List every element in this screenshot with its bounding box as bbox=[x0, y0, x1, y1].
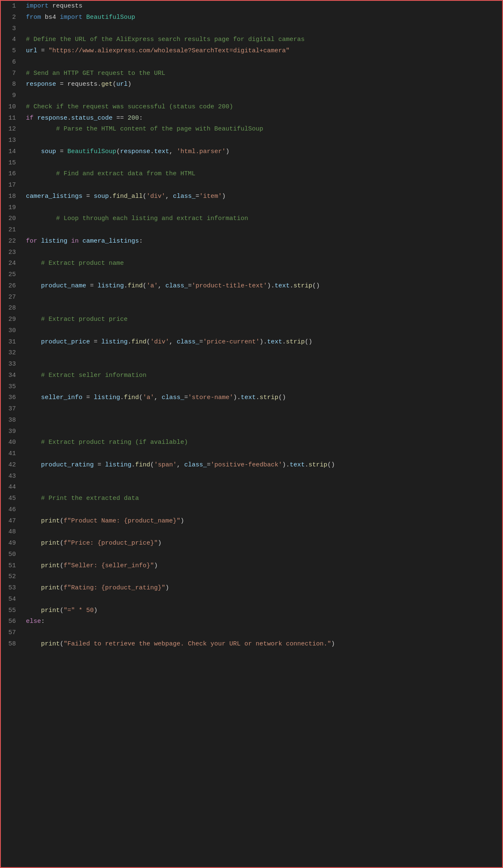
line-number: 9 bbox=[1, 90, 23, 102]
line-code bbox=[23, 571, 502, 583]
line-code: response = requests.get(url) bbox=[23, 79, 502, 90]
line-number: 43 bbox=[1, 471, 23, 482]
code-line: 31 product_price = listing.find('div', c… bbox=[1, 337, 502, 348]
line-code bbox=[23, 247, 502, 259]
line-number: 10 bbox=[1, 102, 23, 113]
code-line: 17 bbox=[1, 180, 502, 191]
line-number: 57 bbox=[1, 627, 23, 639]
line-number: 6 bbox=[1, 57, 23, 68]
line-code: # Send an HTTP GET request to the URL bbox=[23, 68, 502, 79]
line-code bbox=[23, 471, 502, 482]
line-number: 22 bbox=[1, 236, 23, 247]
code-line: 32 bbox=[1, 348, 502, 359]
code-line: 19 bbox=[1, 202, 502, 214]
line-number: 50 bbox=[1, 549, 23, 561]
line-number: 26 bbox=[1, 281, 23, 292]
line-code bbox=[23, 90, 502, 102]
line-code bbox=[23, 180, 502, 191]
line-number: 49 bbox=[1, 538, 23, 549]
line-number: 3 bbox=[1, 23, 23, 35]
code-line: 27 bbox=[1, 292, 502, 303]
line-number: 52 bbox=[1, 571, 23, 583]
line-number: 18 bbox=[1, 191, 23, 202]
code-line: 6 bbox=[1, 57, 502, 68]
code-line: 8response = requests.get(url) bbox=[1, 79, 502, 90]
line-code: print(f"Rating: {product_rating}") bbox=[23, 583, 502, 594]
line-code: print(f"Price: {product_price}") bbox=[23, 538, 502, 549]
line-number: 8 bbox=[1, 79, 23, 90]
code-line: 26 product_name = listing.find('a', clas… bbox=[1, 281, 502, 292]
line-code bbox=[23, 348, 502, 359]
line-number: 12 bbox=[1, 124, 23, 135]
line-code: print(f"Product Name: {product_name}") bbox=[23, 516, 502, 527]
line-number: 29 bbox=[1, 314, 23, 325]
line-number: 23 bbox=[1, 247, 23, 259]
line-number: 5 bbox=[1, 46, 23, 57]
line-code: # Extract seller information bbox=[23, 370, 502, 382]
code-line: 44 bbox=[1, 482, 502, 493]
code-line: 12 # Parse the HTML content of the page … bbox=[1, 124, 502, 135]
line-number: 14 bbox=[1, 146, 23, 158]
code-line: 1import requests bbox=[1, 1, 502, 12]
line-code: # Find and extract data from the HTML bbox=[23, 169, 502, 180]
line-number: 37 bbox=[1, 404, 23, 415]
code-line: 14 soup = BeautifulSoup(response.text, '… bbox=[1, 146, 502, 158]
line-code: from bs4 import BeautifulSoup bbox=[23, 12, 502, 23]
code-line: 34 # Extract seller information bbox=[1, 370, 502, 382]
line-number: 56 bbox=[1, 616, 23, 627]
line-code bbox=[23, 292, 502, 303]
line-number: 38 bbox=[1, 415, 23, 426]
line-number: 15 bbox=[1, 158, 23, 169]
line-code: product_price = listing.find('div', clas… bbox=[23, 337, 502, 348]
line-number: 1 bbox=[1, 1, 23, 12]
line-number: 34 bbox=[1, 370, 23, 382]
line-number: 7 bbox=[1, 68, 23, 79]
code-line: 21 bbox=[1, 225, 502, 236]
code-line: 25 bbox=[1, 269, 502, 281]
line-code: print(f"Seller: {seller_info}") bbox=[23, 561, 502, 572]
line-number: 20 bbox=[1, 213, 23, 225]
code-line: 58 print("Failed to retrieve the webpage… bbox=[1, 639, 502, 650]
line-code bbox=[23, 23, 502, 35]
line-number: 28 bbox=[1, 303, 23, 314]
code-line: 23 bbox=[1, 247, 502, 259]
line-code: # Extract product rating (if available) bbox=[23, 437, 502, 448]
code-line: 30 bbox=[1, 325, 502, 337]
code-line: 5url = "https://www.aliexpress.com/whole… bbox=[1, 46, 502, 57]
code-line: 47 print(f"Product Name: {product_name}"… bbox=[1, 516, 502, 527]
line-code bbox=[23, 303, 502, 314]
code-line: 2from bs4 import BeautifulSoup bbox=[1, 12, 502, 23]
code-line: 7# Send an HTTP GET request to the URL bbox=[1, 68, 502, 79]
code-line: 49 print(f"Price: {product_price}") bbox=[1, 538, 502, 549]
line-code: product_rating = listing.find('span', cl… bbox=[23, 460, 502, 471]
line-code: seller_info = listing.find('a', class_='… bbox=[23, 392, 502, 404]
line-number: 39 bbox=[1, 426, 23, 438]
line-number: 36 bbox=[1, 392, 23, 404]
line-number: 48 bbox=[1, 527, 23, 538]
line-number: 24 bbox=[1, 258, 23, 269]
code-line: 20 # Loop through each listing and extra… bbox=[1, 213, 502, 225]
code-line: 16 # Find and extract data from the HTML bbox=[1, 169, 502, 180]
code-line: 37 bbox=[1, 404, 502, 415]
line-code bbox=[23, 594, 502, 605]
code-line: 10# Check if the request was successful … bbox=[1, 102, 502, 113]
code-line: 50 bbox=[1, 549, 502, 561]
code-line: 36 seller_info = listing.find('a', class… bbox=[1, 392, 502, 404]
line-code: # Loop through each listing and extract … bbox=[23, 213, 502, 225]
line-code bbox=[23, 448, 502, 460]
code-line: 57 bbox=[1, 627, 502, 639]
code-line: 39 bbox=[1, 426, 502, 438]
line-code: if response.status_code == 200: bbox=[23, 113, 502, 124]
line-number: 31 bbox=[1, 337, 23, 348]
line-code bbox=[23, 325, 502, 337]
code-line: 22for listing in camera_listings: bbox=[1, 236, 502, 247]
line-number: 33 bbox=[1, 359, 23, 370]
line-number: 32 bbox=[1, 348, 23, 359]
line-code bbox=[23, 426, 502, 438]
line-number: 16 bbox=[1, 169, 23, 180]
line-number: 42 bbox=[1, 460, 23, 471]
code-line: 18camera_listings = soup.find_all('div',… bbox=[1, 191, 502, 202]
line-number: 53 bbox=[1, 583, 23, 594]
line-code: soup = BeautifulSoup(response.text, 'htm… bbox=[23, 146, 502, 158]
line-code: product_name = listing.find('a', class_=… bbox=[23, 281, 502, 292]
